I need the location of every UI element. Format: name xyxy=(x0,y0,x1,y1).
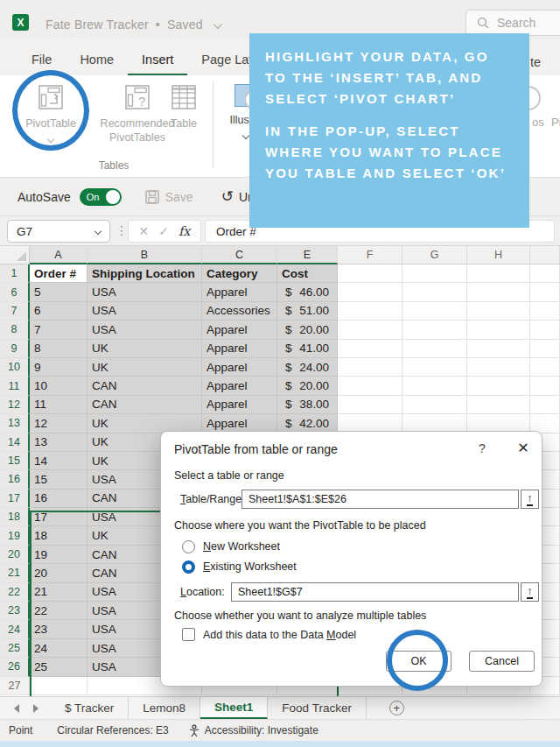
grid-cell[interactable] xyxy=(530,340,560,358)
grid-cell[interactable] xyxy=(338,358,402,377)
grid-cell[interactable] xyxy=(530,264,560,283)
grid-cell[interactable] xyxy=(338,283,402,301)
grid-cell[interactable] xyxy=(338,302,402,321)
grid-cell[interactable]: 6 xyxy=(30,302,88,321)
grid-cell[interactable]: $24.00 xyxy=(277,358,338,377)
grid-cell[interactable]: 11 xyxy=(30,396,88,414)
row-header-9[interactable]: 9 xyxy=(0,340,30,358)
grid-cell[interactable] xyxy=(530,302,560,321)
grid-cell[interactable]: CAN xyxy=(88,396,202,414)
column-header-B[interactable]: B xyxy=(88,246,202,264)
sheet-nav-right-icon[interactable] xyxy=(33,704,38,713)
grid-cell[interactable] xyxy=(402,358,467,377)
grid-cell[interactable]: Apparel xyxy=(202,283,277,301)
grid-cell[interactable] xyxy=(467,358,530,377)
row-header-26[interactable]: 26 xyxy=(0,658,30,676)
grid-cell[interactable]: 25 xyxy=(30,658,88,676)
grid-cell[interactable] xyxy=(467,302,530,321)
excel-app-icon[interactable]: X xyxy=(12,14,29,31)
grid-cell[interactable]: USA xyxy=(88,302,202,321)
sheet-tab-tracker[interactable]: $ Tracker xyxy=(51,697,129,719)
grid-cell[interactable]: 7 xyxy=(30,321,88,339)
grid-cell[interactable]: UK xyxy=(88,340,202,358)
grid-cell[interactable]: $20.00 xyxy=(277,321,338,339)
column-header-C[interactable]: C xyxy=(202,246,277,264)
range-picker-button[interactable]: ↑ xyxy=(521,490,539,509)
column-header-E[interactable]: E xyxy=(277,246,338,264)
row-header-8[interactable]: 8 xyxy=(0,321,30,339)
row-header-17[interactable]: 17 xyxy=(0,490,30,508)
grid-cell[interactable]: $41.00 xyxy=(277,340,338,358)
cancel-entry-icon[interactable]: ✕ xyxy=(138,224,149,238)
grid-cell[interactable] xyxy=(467,377,530,395)
grid-cell[interactable]: 9 xyxy=(30,358,88,377)
radio-existing-worksheet[interactable] xyxy=(182,560,195,574)
grid-cell[interactable] xyxy=(467,321,530,339)
row-header-22[interactable]: 22 xyxy=(0,583,30,602)
ok-button[interactable]: OK xyxy=(386,651,452,672)
tab-file[interactable]: File xyxy=(18,53,66,75)
grid-cell[interactable]: Shipping Location xyxy=(88,264,202,283)
grid-cell[interactable] xyxy=(530,396,560,414)
grid-cell[interactable]: 20 xyxy=(30,564,88,582)
search-input[interactable]: Search xyxy=(466,10,560,36)
row-header-16[interactable]: 16 xyxy=(0,470,30,489)
row-header-18[interactable]: 18 xyxy=(0,508,30,526)
grid-cell[interactable]: 15 xyxy=(30,470,88,489)
grid-cell[interactable]: 18 xyxy=(30,526,88,545)
grid-cell[interactable]: Apparel xyxy=(202,396,277,414)
column-header-A[interactable]: A xyxy=(30,246,88,264)
grid-cell[interactable]: 22 xyxy=(30,602,88,620)
dialog-help-button[interactable]: ? xyxy=(472,441,492,455)
grid-cell[interactable] xyxy=(467,340,530,358)
grid-cell[interactable]: 8 xyxy=(30,340,88,358)
save-button[interactable]: Save xyxy=(144,189,193,205)
grid-cell[interactable]: 21 xyxy=(30,583,88,602)
column-header-H[interactable]: H xyxy=(467,246,530,264)
grid-cell[interactable]: 13 xyxy=(30,433,88,452)
drag-handle-icon[interactable]: ⋮ xyxy=(116,223,128,237)
grid-cell[interactable]: 16 xyxy=(30,490,88,508)
grid-cell[interactable] xyxy=(402,283,467,301)
confirm-entry-icon[interactable]: ✓ xyxy=(158,224,169,238)
grid-cell[interactable]: 5 xyxy=(30,283,88,301)
grid-cell[interactable] xyxy=(402,396,467,414)
grid-cell[interactable] xyxy=(530,377,560,395)
row-header-11[interactable]: 11 xyxy=(0,377,30,395)
grid-cell[interactable]: Apparel xyxy=(202,377,277,395)
pivottable-button[interactable]: PivotTable xyxy=(19,84,82,145)
row-header-12[interactable]: 12 xyxy=(0,396,30,414)
grid-cell[interactable] xyxy=(338,340,402,358)
grid-cell[interactable]: $38.00 xyxy=(277,396,338,414)
status-circular-references[interactable]: Circular References: E3 xyxy=(57,724,168,736)
row-header-7[interactable]: 7 xyxy=(0,302,30,321)
grid-cell[interactable] xyxy=(338,321,402,339)
grid-cell[interactable]: 14 xyxy=(30,452,88,470)
grid-cell[interactable]: Order # xyxy=(30,264,88,283)
grid-cell[interactable]: Apparel xyxy=(202,340,277,358)
tab-insert[interactable]: Insert xyxy=(128,53,187,75)
sheet-tab-sheet1[interactable]: Sheet1 xyxy=(200,697,268,719)
grid-cell[interactable]: $46.00 xyxy=(277,283,338,301)
grid-cell[interactable]: UK xyxy=(88,358,202,377)
grid-cell[interactable]: $20.00 xyxy=(277,377,338,395)
column-header-F[interactable]: F xyxy=(338,246,402,264)
grid-cell[interactable] xyxy=(530,321,560,339)
location-input[interactable]: Sheet1!$G$7 xyxy=(231,582,519,602)
data-model-checkbox[interactable] xyxy=(182,628,195,641)
table-range-input[interactable]: Sheet1!$A$1:$E$26 xyxy=(242,490,519,509)
row-header-27[interactable]: 27 xyxy=(0,677,30,695)
grid-cell[interactable]: Apparel xyxy=(202,321,277,339)
sheet-tab-lemon8[interactable]: Lemon8 xyxy=(129,697,200,719)
grid-cell[interactable]: CAN xyxy=(88,377,202,395)
grid-cell[interactable]: Cost xyxy=(277,264,338,283)
row-header-15[interactable]: 15 xyxy=(0,452,30,470)
grid-cell[interactable]: USA xyxy=(88,283,202,301)
document-title[interactable]: Fate Brew Tracker • Saved xyxy=(46,18,220,32)
grid-cell[interactable] xyxy=(402,264,467,283)
row-header-20[interactable]: 20 xyxy=(0,546,30,564)
grid-cell[interactable] xyxy=(402,321,467,339)
grid-cell[interactable] xyxy=(338,377,402,395)
grid-cell[interactable]: 10 xyxy=(30,377,88,395)
range-picker-button[interactable]: ↑ xyxy=(521,582,539,602)
